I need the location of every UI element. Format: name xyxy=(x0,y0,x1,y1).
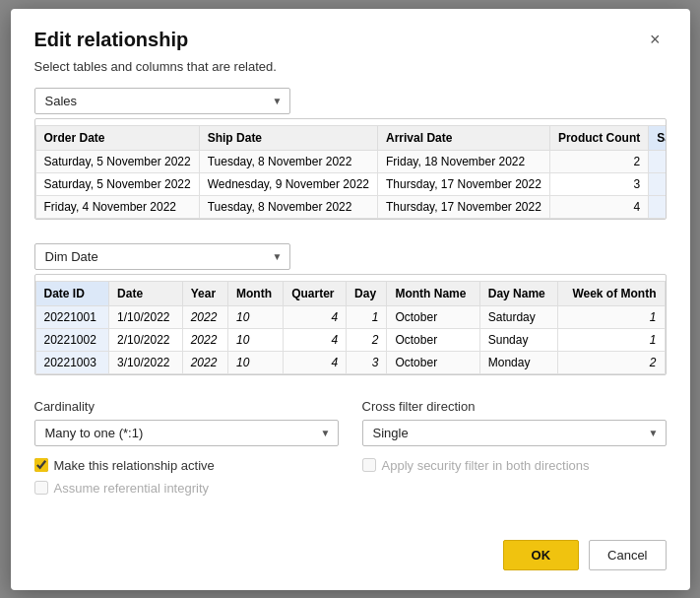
cell: 20221003 xyxy=(35,351,109,373)
cell: 2022 xyxy=(182,305,227,328)
cell: 4 xyxy=(549,195,648,218)
table2-col-day-name[interactable]: Day Name xyxy=(479,281,558,305)
table2-select-wrapper: Dim Date ▼ xyxy=(34,243,290,270)
table1-dropdown[interactable]: Sales xyxy=(34,88,290,114)
table2-col-week-of-month[interactable]: Week of Month xyxy=(558,281,665,305)
cell: 20221001 xyxy=(35,305,109,328)
cell: 1 xyxy=(558,328,665,351)
cell: 10 xyxy=(228,351,284,373)
cell: 160 xyxy=(649,195,667,218)
cell: 20221002 xyxy=(35,328,109,351)
table2-col-quarter[interactable]: Quarter xyxy=(284,281,347,305)
table2: Date ID Date Year Month Quarter Day Mont… xyxy=(35,281,666,374)
active-relationship-label: Make this relationship active xyxy=(54,458,215,473)
table2-col-date[interactable]: Date xyxy=(109,281,183,305)
cell: 10 xyxy=(228,328,284,351)
active-relationship-checkbox-item[interactable]: Make this relationship active xyxy=(34,458,339,473)
table1-select-wrapper: Sales ▼ xyxy=(34,88,290,114)
cell: Thursday, 17 November 2022 xyxy=(378,172,550,195)
cell: 2 xyxy=(558,351,665,373)
cell: Friday, 18 November 2022 xyxy=(378,150,550,172)
security-filter-label: Apply security filter in both directions xyxy=(382,458,590,473)
cell: 3/10/2022 xyxy=(109,351,183,373)
edit-relationship-dialog: Edit relationship × Select tables and co… xyxy=(11,9,690,590)
table-row[interactable]: 20221001 1/10/2022 2022 10 4 1 October S… xyxy=(35,305,665,328)
table1-col-order-date[interactable]: Order Date xyxy=(35,125,199,150)
cardinality-group: Cardinality Many to one (*:1) One to one… xyxy=(34,399,339,446)
table2-col-month[interactable]: Month xyxy=(228,281,284,305)
cell: 10 xyxy=(228,305,284,328)
table1-header-row: Order Date Ship Date Arrival Date Produc… xyxy=(35,125,667,150)
cell: 4 xyxy=(284,351,347,373)
checkboxes-row: Make this relationship active Assume ref… xyxy=(34,458,667,496)
cardinality-label: Cardinality xyxy=(34,399,339,414)
dialog-footer: OK Cancel xyxy=(34,526,667,570)
cross-filter-label: Cross filter direction xyxy=(362,399,667,414)
cross-filter-group: Cross filter direction Single Both ▼ xyxy=(362,399,667,446)
cell: Thursday, 17 November 2022 xyxy=(378,195,550,218)
dialog-subtitle: Select tables and columns that are relat… xyxy=(34,59,667,74)
cell: 3 xyxy=(549,172,648,195)
table2-col-month-name[interactable]: Month Name xyxy=(387,281,479,305)
table1-col-ship-date[interactable]: Ship Date xyxy=(199,125,377,150)
active-relationship-checkbox[interactable] xyxy=(34,458,48,472)
cell: 2 xyxy=(549,150,648,172)
cell: 2022 xyxy=(182,328,227,351)
cell: Saturday, 5 November 2022 xyxy=(35,150,199,172)
table2-container: Date ID Date Year Month Quarter Day Mont… xyxy=(34,274,667,375)
close-button[interactable]: × xyxy=(644,29,667,50)
checkboxes-left: Make this relationship active Assume ref… xyxy=(34,458,339,496)
cell: Sunday xyxy=(479,328,558,351)
cross-filter-dropdown[interactable]: Single Both xyxy=(362,420,667,446)
cell: Tuesday, 8 November 2022 xyxy=(199,150,377,172)
table-row[interactable]: 20221002 2/10/2022 2022 10 4 2 October S… xyxy=(35,328,665,351)
cell: October xyxy=(387,305,479,328)
cell: 1 xyxy=(347,305,387,328)
table1-section: Sales ▼ Order Date Ship Date Arrival Dat… xyxy=(34,88,667,220)
referential-integrity-checkbox-item: Assume referential integrity xyxy=(34,481,339,496)
cell: Monday xyxy=(479,351,558,373)
cell: 1/10/2022 xyxy=(109,305,183,328)
table-row[interactable]: 20221003 3/10/2022 2022 10 4 3 October M… xyxy=(35,351,665,373)
cross-filter-select-wrapper: Single Both ▼ xyxy=(362,420,667,446)
table2-dropdown[interactable]: Dim Date xyxy=(34,243,290,270)
checkboxes-right: Apply security filter in both directions xyxy=(362,458,667,473)
cell: 2022 xyxy=(182,351,227,373)
dialog-title: Edit relationship xyxy=(34,29,189,51)
cell: 2/10/2022 xyxy=(109,328,183,351)
table2-col-year[interactable]: Year xyxy=(182,281,227,305)
cell: Tuesday, 8 November 2022 xyxy=(199,195,377,218)
cell: October xyxy=(387,351,479,373)
table1-col-sale-amount[interactable]: Sale Amount xyxy=(649,125,667,150)
cell: Wednesday, 9 November 2022 xyxy=(199,172,377,195)
dialog-header: Edit relationship × xyxy=(34,29,667,51)
ok-button[interactable]: OK xyxy=(503,540,580,570)
cell: 4 xyxy=(284,328,347,351)
table2-col-day[interactable]: Day xyxy=(347,281,387,305)
cell: Friday, 4 November 2022 xyxy=(35,195,199,218)
cell: 3 xyxy=(347,351,387,373)
cell: 124 xyxy=(649,172,667,195)
table1-col-arrival-date[interactable]: Arrival Date xyxy=(378,125,550,150)
table-row[interactable]: Friday, 4 November 2022 Tuesday, 8 Novem… xyxy=(35,195,667,218)
cell: Saturday xyxy=(479,305,558,328)
referential-integrity-checkbox[interactable] xyxy=(34,481,48,495)
security-filter-checkbox[interactable] xyxy=(362,458,376,472)
table1-col-product-count[interactable]: Product Count xyxy=(549,125,648,150)
table2-col-date-id[interactable]: Date ID xyxy=(35,281,109,305)
table-row[interactable]: Saturday, 5 November 2022 Tuesday, 8 Nov… xyxy=(35,150,667,172)
cell: 100 xyxy=(649,150,667,172)
table1: Order Date Ship Date Arrival Date Produc… xyxy=(35,125,667,219)
table1-container: Order Date Ship Date Arrival Date Produc… xyxy=(34,118,667,220)
referential-integrity-label: Assume referential integrity xyxy=(54,481,210,496)
options-row: Cardinality Many to one (*:1) One to one… xyxy=(34,399,667,446)
table2-section: Dim Date ▼ Date ID Date Year Month Quart… xyxy=(34,243,667,375)
cell: Saturday, 5 November 2022 xyxy=(35,172,199,195)
table2-header-row: Date ID Date Year Month Quarter Day Mont… xyxy=(35,281,665,305)
cell: 4 xyxy=(284,305,347,328)
table-row[interactable]: Saturday, 5 November 2022 Wednesday, 9 N… xyxy=(35,172,667,195)
cancel-button[interactable]: Cancel xyxy=(589,540,666,570)
cell: 2 xyxy=(347,328,387,351)
cardinality-dropdown[interactable]: Many to one (*:1) One to one (1:1) One t… xyxy=(34,420,339,446)
cell: 1 xyxy=(558,305,665,328)
